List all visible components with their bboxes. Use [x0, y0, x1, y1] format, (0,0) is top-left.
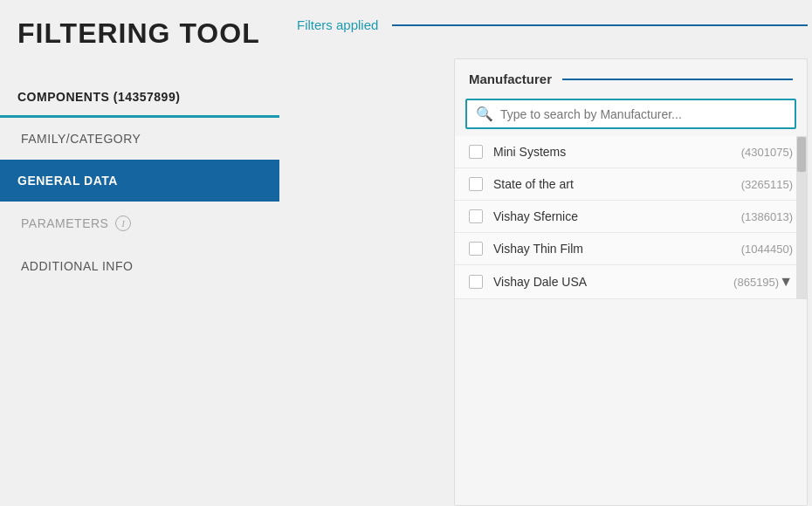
info-icon: i: [115, 215, 131, 231]
manufacturer-search-box[interactable]: 🔍: [465, 99, 796, 129]
item-name-vishay-sfernice: Vishay Sfernice: [493, 209, 741, 223]
list-item[interactable]: Vishay Thin Film (1044450): [455, 233, 807, 265]
filters-header: Filters applied: [297, 17, 808, 32]
manufacturer-panel: Manufacturer 🔍 Mini Systems (4301075) St…: [454, 58, 808, 506]
list-item[interactable]: Vishay Dale USA (865195) ▼: [455, 265, 807, 299]
nav-list: COMPONENTS (14357899) FAMILY/CATEGORY GE…: [0, 76, 279, 287]
item-count-vishay-thin-film: (1044450): [741, 243, 793, 256]
filters-label: Filters applied: [297, 17, 378, 32]
sidebar-item-general-data[interactable]: GENERAL DATA: [0, 160, 279, 202]
item-name-state-of-the-art: State of the art: [493, 177, 741, 191]
item-name-vishay-thin-film: Vishay Thin Film: [493, 242, 741, 256]
sidebar: FILTERING TOOL COMPONENTS (14357899) FAM…: [0, 0, 279, 506]
sidebar-item-components[interactable]: COMPONENTS (14357899): [0, 76, 279, 118]
manufacturer-items-list: Mini Systems (4301075) State of the art …: [455, 136, 807, 299]
item-count-vishay-sfernice: (1386013): [741, 210, 793, 223]
manufacturer-divider: [562, 79, 793, 80]
checkbox-vishay-sfernice[interactable]: [469, 209, 483, 223]
item-count-mini-systems: (4301075): [741, 146, 793, 159]
list-item[interactable]: State of the art (3265115): [455, 168, 807, 201]
app-title: FILTERING TOOL: [0, 0, 279, 76]
item-name-mini-systems: Mini Systems: [493, 145, 741, 159]
manufacturer-items-wrapper: Mini Systems (4301075) State of the art …: [455, 136, 807, 299]
item-count-vishay-dale-usa: (865195): [733, 276, 779, 289]
checkbox-vishay-thin-film[interactable]: [469, 242, 483, 256]
sidebar-item-additional-info[interactable]: ADDITIONAL INFO: [0, 245, 279, 287]
scrollbar-thumb[interactable]: [797, 137, 806, 172]
filters-divider: [392, 24, 808, 26]
checkbox-vishay-dale-usa[interactable]: [469, 275, 483, 289]
manufacturer-search-input[interactable]: [500, 107, 786, 121]
manufacturer-header: Manufacturer: [455, 59, 807, 95]
item-count-state-of-the-art: (3265115): [741, 178, 793, 191]
list-item[interactable]: Mini Systems (4301075): [455, 136, 807, 168]
list-item[interactable]: Vishay Sfernice (1386013): [455, 201, 807, 233]
sidebar-item-family-category[interactable]: FAMILY/CATEGORY: [0, 118, 279, 160]
checkbox-mini-systems[interactable]: [469, 145, 483, 159]
scrollbar-track[interactable]: [796, 136, 807, 299]
search-icon: 🔍: [476, 106, 493, 122]
main-content: Filters applied Manufacturer 🔍 Mini Syst…: [279, 0, 812, 506]
checkbox-state-of-the-art[interactable]: [469, 177, 483, 191]
sidebar-item-parameters[interactable]: PARAMETERS i: [0, 202, 279, 245]
chevron-down-icon: ▼: [779, 274, 793, 290]
manufacturer-title: Manufacturer: [469, 72, 552, 86]
item-name-vishay-dale-usa: Vishay Dale USA: [493, 275, 733, 289]
